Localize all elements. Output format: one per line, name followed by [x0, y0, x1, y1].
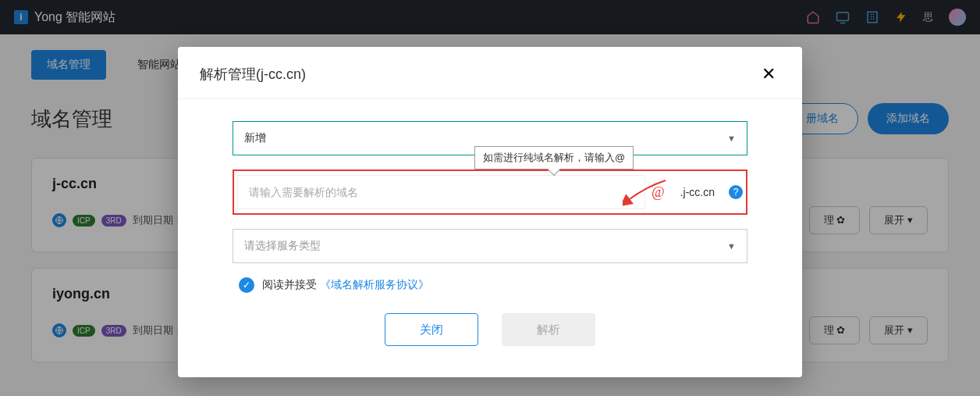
chevron-down-icon: ▼ [727, 241, 736, 251]
agreement-prefix: 阅读并接受 [262, 278, 317, 291]
tooltip: 如需进行纯域名解析，请输入@ [474, 146, 634, 169]
domain-suffix: .j-cc.cn [680, 186, 715, 198]
dns-modal: 解析管理(j-cc.cn) ✕ 新增 ▼ 如需进行纯域名解析，请输入@ @ .j… [178, 47, 802, 377]
agreement-link[interactable]: 《域名解析服务协议》 [320, 278, 429, 291]
modal-header: 解析管理(j-cc.cn) ✕ [178, 47, 802, 99]
agreement-text: 阅读并接受 《域名解析服务协议》 [262, 278, 429, 292]
modal-close-button[interactable]: 关闭 [385, 313, 478, 346]
chevron-down-icon: ▼ [727, 134, 736, 143]
help-icon[interactable]: ? [729, 185, 743, 199]
modal-actions: 关闭 解析 [233, 313, 747, 346]
service-select-row: 请选择服务类型 ▼ [233, 229, 747, 263]
agreement-row: ✓ 阅读并接受 《域名解析服务协议》 [239, 277, 747, 293]
service-select-placeholder: 请选择服务类型 [244, 239, 321, 253]
subdomain-input[interactable] [237, 175, 645, 209]
at-annotation: @ [652, 184, 665, 201]
action-select-value: 新增 [244, 131, 266, 145]
modal-title: 解析管理(j-cc.cn) [200, 65, 306, 84]
close-icon[interactable]: ✕ [757, 62, 780, 86]
modal-body: 新增 ▼ 如需进行纯域名解析，请输入@ @ .j-cc.cn ? 请选择服务类型… [178, 99, 802, 354]
modal-backdrop[interactable]: 解析管理(j-cc.cn) ✕ 新增 ▼ 如需进行纯域名解析，请输入@ @ .j… [0, 0, 980, 396]
domain-input-row: 如需进行纯域名解析，请输入@ @ .j-cc.cn ? [233, 169, 747, 215]
modal-submit-button[interactable]: 解析 [502, 313, 595, 346]
check-icon[interactable]: ✓ [239, 277, 254, 293]
service-select[interactable]: 请选择服务类型 ▼ [233, 229, 747, 263]
